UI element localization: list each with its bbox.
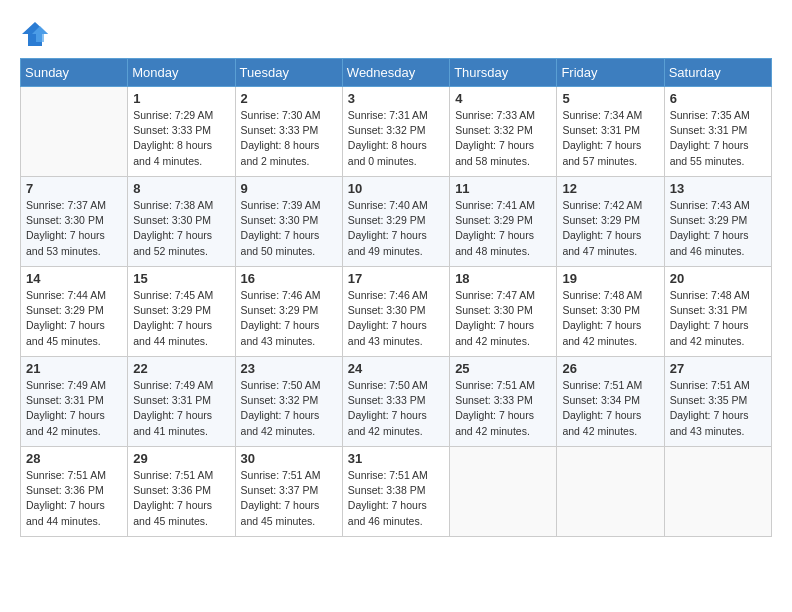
day-number: 7	[26, 181, 122, 196]
day-number: 23	[241, 361, 337, 376]
day-header-thursday: Thursday	[450, 59, 557, 87]
day-number: 28	[26, 451, 122, 466]
day-number: 2	[241, 91, 337, 106]
calendar-day-cell	[664, 447, 771, 537]
calendar-day-cell: 13Sunrise: 7:43 AMSunset: 3:29 PMDayligh…	[664, 177, 771, 267]
day-number: 20	[670, 271, 766, 286]
day-info: Sunrise: 7:33 AMSunset: 3:32 PMDaylight:…	[455, 108, 551, 169]
day-number: 18	[455, 271, 551, 286]
calendar-day-cell: 3Sunrise: 7:31 AMSunset: 3:32 PMDaylight…	[342, 87, 449, 177]
day-number: 26	[562, 361, 658, 376]
day-header-tuesday: Tuesday	[235, 59, 342, 87]
day-number: 25	[455, 361, 551, 376]
day-info: Sunrise: 7:50 AMSunset: 3:32 PMDaylight:…	[241, 378, 337, 439]
day-info: Sunrise: 7:46 AMSunset: 3:29 PMDaylight:…	[241, 288, 337, 349]
day-number: 3	[348, 91, 444, 106]
calendar-day-cell: 26Sunrise: 7:51 AMSunset: 3:34 PMDayligh…	[557, 357, 664, 447]
day-number: 14	[26, 271, 122, 286]
calendar-day-cell: 24Sunrise: 7:50 AMSunset: 3:33 PMDayligh…	[342, 357, 449, 447]
calendar-day-cell: 28Sunrise: 7:51 AMSunset: 3:36 PMDayligh…	[21, 447, 128, 537]
day-header-sunday: Sunday	[21, 59, 128, 87]
calendar: SundayMondayTuesdayWednesdayThursdayFrid…	[20, 58, 772, 537]
calendar-week-row: 14Sunrise: 7:44 AMSunset: 3:29 PMDayligh…	[21, 267, 772, 357]
calendar-day-cell: 18Sunrise: 7:47 AMSunset: 3:30 PMDayligh…	[450, 267, 557, 357]
calendar-day-cell: 30Sunrise: 7:51 AMSunset: 3:37 PMDayligh…	[235, 447, 342, 537]
day-number: 9	[241, 181, 337, 196]
calendar-week-row: 21Sunrise: 7:49 AMSunset: 3:31 PMDayligh…	[21, 357, 772, 447]
day-info: Sunrise: 7:51 AMSunset: 3:37 PMDaylight:…	[241, 468, 337, 529]
day-info: Sunrise: 7:47 AMSunset: 3:30 PMDaylight:…	[455, 288, 551, 349]
calendar-day-cell: 4Sunrise: 7:33 AMSunset: 3:32 PMDaylight…	[450, 87, 557, 177]
day-info: Sunrise: 7:38 AMSunset: 3:30 PMDaylight:…	[133, 198, 229, 259]
day-info: Sunrise: 7:29 AMSunset: 3:33 PMDaylight:…	[133, 108, 229, 169]
day-info: Sunrise: 7:41 AMSunset: 3:29 PMDaylight:…	[455, 198, 551, 259]
calendar-week-row: 28Sunrise: 7:51 AMSunset: 3:36 PMDayligh…	[21, 447, 772, 537]
calendar-day-cell: 2Sunrise: 7:30 AMSunset: 3:33 PMDaylight…	[235, 87, 342, 177]
day-header-wednesday: Wednesday	[342, 59, 449, 87]
day-header-friday: Friday	[557, 59, 664, 87]
day-number: 15	[133, 271, 229, 286]
day-header-monday: Monday	[128, 59, 235, 87]
calendar-day-cell: 8Sunrise: 7:38 AMSunset: 3:30 PMDaylight…	[128, 177, 235, 267]
day-number: 16	[241, 271, 337, 286]
calendar-day-cell: 19Sunrise: 7:48 AMSunset: 3:30 PMDayligh…	[557, 267, 664, 357]
day-info: Sunrise: 7:44 AMSunset: 3:29 PMDaylight:…	[26, 288, 122, 349]
day-header-saturday: Saturday	[664, 59, 771, 87]
logo-icon	[20, 20, 50, 48]
calendar-day-cell: 21Sunrise: 7:49 AMSunset: 3:31 PMDayligh…	[21, 357, 128, 447]
day-number: 27	[670, 361, 766, 376]
calendar-day-cell: 5Sunrise: 7:34 AMSunset: 3:31 PMDaylight…	[557, 87, 664, 177]
day-number: 30	[241, 451, 337, 466]
calendar-day-cell: 16Sunrise: 7:46 AMSunset: 3:29 PMDayligh…	[235, 267, 342, 357]
calendar-day-cell: 15Sunrise: 7:45 AMSunset: 3:29 PMDayligh…	[128, 267, 235, 357]
day-info: Sunrise: 7:34 AMSunset: 3:31 PMDaylight:…	[562, 108, 658, 169]
calendar-day-cell: 12Sunrise: 7:42 AMSunset: 3:29 PMDayligh…	[557, 177, 664, 267]
day-info: Sunrise: 7:51 AMSunset: 3:34 PMDaylight:…	[562, 378, 658, 439]
day-number: 10	[348, 181, 444, 196]
day-number: 5	[562, 91, 658, 106]
calendar-day-cell: 17Sunrise: 7:46 AMSunset: 3:30 PMDayligh…	[342, 267, 449, 357]
day-number: 11	[455, 181, 551, 196]
day-info: Sunrise: 7:51 AMSunset: 3:38 PMDaylight:…	[348, 468, 444, 529]
calendar-day-cell: 20Sunrise: 7:48 AMSunset: 3:31 PMDayligh…	[664, 267, 771, 357]
day-info: Sunrise: 7:51 AMSunset: 3:36 PMDaylight:…	[133, 468, 229, 529]
day-info: Sunrise: 7:40 AMSunset: 3:29 PMDaylight:…	[348, 198, 444, 259]
day-info: Sunrise: 7:31 AMSunset: 3:32 PMDaylight:…	[348, 108, 444, 169]
calendar-week-row: 1Sunrise: 7:29 AMSunset: 3:33 PMDaylight…	[21, 87, 772, 177]
calendar-day-cell	[557, 447, 664, 537]
calendar-day-cell	[21, 87, 128, 177]
day-info: Sunrise: 7:51 AMSunset: 3:33 PMDaylight:…	[455, 378, 551, 439]
calendar-day-cell: 23Sunrise: 7:50 AMSunset: 3:32 PMDayligh…	[235, 357, 342, 447]
calendar-day-cell	[450, 447, 557, 537]
calendar-day-cell: 25Sunrise: 7:51 AMSunset: 3:33 PMDayligh…	[450, 357, 557, 447]
day-number: 24	[348, 361, 444, 376]
day-number: 22	[133, 361, 229, 376]
day-number: 12	[562, 181, 658, 196]
day-info: Sunrise: 7:37 AMSunset: 3:30 PMDaylight:…	[26, 198, 122, 259]
day-number: 13	[670, 181, 766, 196]
day-info: Sunrise: 7:51 AMSunset: 3:36 PMDaylight:…	[26, 468, 122, 529]
day-info: Sunrise: 7:39 AMSunset: 3:30 PMDaylight:…	[241, 198, 337, 259]
day-number: 6	[670, 91, 766, 106]
day-number: 29	[133, 451, 229, 466]
day-info: Sunrise: 7:43 AMSunset: 3:29 PMDaylight:…	[670, 198, 766, 259]
day-info: Sunrise: 7:46 AMSunset: 3:30 PMDaylight:…	[348, 288, 444, 349]
day-info: Sunrise: 7:51 AMSunset: 3:35 PMDaylight:…	[670, 378, 766, 439]
calendar-day-cell: 14Sunrise: 7:44 AMSunset: 3:29 PMDayligh…	[21, 267, 128, 357]
calendar-day-cell: 1Sunrise: 7:29 AMSunset: 3:33 PMDaylight…	[128, 87, 235, 177]
calendar-day-cell: 31Sunrise: 7:51 AMSunset: 3:38 PMDayligh…	[342, 447, 449, 537]
day-number: 4	[455, 91, 551, 106]
day-number: 21	[26, 361, 122, 376]
day-number: 19	[562, 271, 658, 286]
day-info: Sunrise: 7:35 AMSunset: 3:31 PMDaylight:…	[670, 108, 766, 169]
calendar-week-row: 7Sunrise: 7:37 AMSunset: 3:30 PMDaylight…	[21, 177, 772, 267]
calendar-day-cell: 9Sunrise: 7:39 AMSunset: 3:30 PMDaylight…	[235, 177, 342, 267]
calendar-header-row: SundayMondayTuesdayWednesdayThursdayFrid…	[21, 59, 772, 87]
day-number: 8	[133, 181, 229, 196]
day-number: 31	[348, 451, 444, 466]
calendar-day-cell: 11Sunrise: 7:41 AMSunset: 3:29 PMDayligh…	[450, 177, 557, 267]
calendar-day-cell: 27Sunrise: 7:51 AMSunset: 3:35 PMDayligh…	[664, 357, 771, 447]
logo	[20, 20, 54, 48]
calendar-day-cell: 22Sunrise: 7:49 AMSunset: 3:31 PMDayligh…	[128, 357, 235, 447]
day-info: Sunrise: 7:48 AMSunset: 3:31 PMDaylight:…	[670, 288, 766, 349]
